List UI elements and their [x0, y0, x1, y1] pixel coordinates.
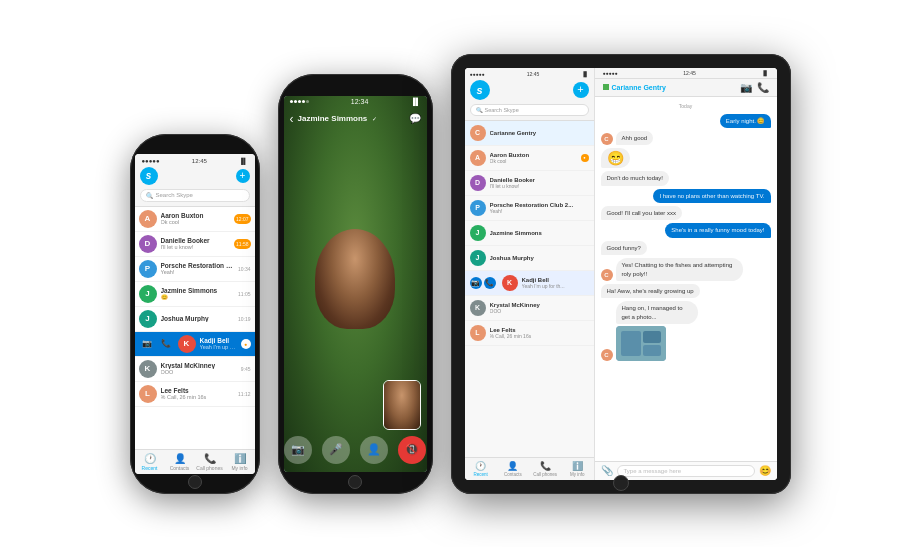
contact-item[interactable]: D Danielle Booker I'll let u know! 11:58: [135, 232, 255, 257]
contact-status: Yeah I'm up for that: [200, 344, 237, 350]
ipad-nav-recent[interactable]: 🕐 Recent: [465, 461, 497, 477]
contact-item-active[interactable]: 📷 📞 K Kadji Bell Yeah I'm up for that ●: [135, 332, 255, 357]
nav-tab-my-info[interactable]: ℹ️ My info: [225, 450, 255, 474]
video-call-button[interactable]: 📷: [470, 277, 482, 289]
video-call-icon[interactable]: 📷: [740, 82, 752, 93]
message-input[interactable]: Type a message here: [617, 465, 755, 477]
ipad-chat-area: ●●●●● 12:45 ▐▌ Carianne Gentry: [595, 68, 777, 480]
main-scene: ●●●●● 12:45 ▐▌ s + 🔍 Search Skype: [110, 34, 811, 514]
call-contact-name: Jazmine Simmons ✓: [298, 114, 405, 123]
caller-face: [315, 229, 395, 329]
ipad-bottom-nav: 🕐 Recent 👤 Contacts 📞 Call phones ℹ: [465, 457, 594, 480]
nav-tab-call-phones[interactable]: 📞 Call phones: [195, 450, 225, 474]
sidebar-contacts: C Carianne Gentry A Aaron Buxton Ok cool: [465, 121, 594, 457]
message-bubble: Good funny?: [601, 241, 647, 255]
contact-item[interactable]: P Porsche Restoration Club 2... Yeah! 10…: [135, 257, 255, 282]
emoji-icon[interactable]: 😊: [759, 465, 771, 476]
avatar: D: [470, 175, 486, 191]
avatar: D: [139, 235, 157, 253]
contact-status: % Call, 26 min 16s: [490, 333, 589, 339]
avatar: A: [139, 210, 157, 228]
ipad-home-button[interactable]: [613, 475, 629, 491]
sidebar-contact-aaron[interactable]: A Aaron Buxton Ok cool ●: [465, 146, 594, 171]
contact-status: Yeah!: [161, 269, 234, 275]
contact-info: Krystal McKinney OOO: [161, 362, 237, 375]
message-bubble: 😁: [601, 148, 630, 168]
sidebar-contact-porsche[interactable]: P Porsche Restoration Club 2... Yeah!: [465, 196, 594, 221]
search-icon: 🔍: [476, 107, 483, 113]
ipad-logo-bar: s +: [470, 78, 589, 102]
sidebar-contact-kadji[interactable]: 📷 📞 K Kadji Bell Yeah I'm up for th...: [465, 271, 594, 296]
message-with-photo: Hang on, I managed to get a photo...: [616, 301, 726, 361]
sidebar-contact-krystal[interactable]: K Krystal McKinney OOO: [465, 296, 594, 321]
contact-name: Aaron Buxton: [161, 212, 230, 219]
contact-info: Krystal McKinney OOO: [490, 302, 589, 314]
message-bubble: She's in a really funny mood today!: [665, 223, 770, 237]
contact-name: Joshua Murphy: [161, 315, 234, 322]
sidebar-contact-joshua[interactable]: J Joshua Murphy: [465, 246, 594, 271]
contact-item[interactable]: J Joshua Murphy 10:19: [135, 307, 255, 332]
ipad-nav-call-phones[interactable]: 📞 Call phones: [529, 461, 561, 477]
contact-item[interactable]: K Krystal McKinney OOO 9:45: [135, 357, 255, 382]
search-bar[interactable]: 🔍 Search Skype: [470, 104, 589, 116]
message-bubble: Good! I'll call you later xxx: [601, 206, 683, 220]
search-bar[interactable]: 🔍 Search Skype: [140, 189, 250, 202]
contact-item[interactable]: A Aaron Buxton Ok cool 12:07: [135, 207, 255, 232]
mute-button[interactable]: 🎤: [322, 436, 350, 464]
ipad-sidebar-header: ●●●●● 12:45 ▐▌ s + 🔍 Search Sky: [465, 68, 594, 121]
home-button[interactable]: [188, 475, 202, 489]
call-phones-icon: 📞: [540, 461, 551, 471]
sidebar-contact-carianne[interactable]: C Carianne Gentry: [465, 121, 594, 146]
message-bubble: Ahh good: [616, 131, 654, 145]
recent-icon: 🕐: [144, 453, 156, 464]
nav-tab-recent[interactable]: 🕐 Recent: [135, 450, 165, 474]
contact-item[interactable]: L Lee Felts % Call, 26 min 16s 11:12: [135, 382, 255, 407]
online-status-dot: [603, 84, 609, 90]
message-row: 😁: [601, 148, 771, 168]
voice-call-button[interactable]: 📞: [158, 336, 174, 352]
unread-badge: ●: [581, 154, 589, 162]
skype-icon: s: [470, 80, 490, 100]
back-button[interactable]: ‹: [290, 112, 294, 126]
nav-tab-call-phones-label: Call phones: [196, 465, 222, 471]
ipad-nav-my-info[interactable]: ℹ️ My info: [561, 461, 593, 477]
mute-icon: 🎤: [329, 443, 343, 456]
battery-icon: ▐▌: [239, 158, 248, 164]
sidebar-contact-lee[interactable]: L Lee Felts % Call, 26 min 16s: [465, 321, 594, 346]
message-bubble: I have no plans other than watching TV.: [653, 189, 770, 203]
end-call-button[interactable]: 📵: [398, 436, 426, 464]
contact-info: Jazmine Simmons: [490, 230, 589, 236]
time: 12:45: [192, 158, 207, 164]
avatar: J: [139, 285, 157, 303]
contact-info: Lee Felts % Call, 26 min 16s: [161, 387, 234, 400]
add-button[interactable]: +: [573, 82, 589, 98]
attachment-icon[interactable]: 📎: [601, 465, 613, 476]
toggle-video-button[interactable]: 📷: [284, 436, 312, 464]
message-avatar: C: [601, 269, 613, 281]
call-phones-icon: 📞: [204, 453, 216, 464]
message-bubble: Don't do much today!: [601, 171, 670, 185]
add-participant-button[interactable]: 👤: [360, 436, 388, 464]
avatar: P: [139, 260, 157, 278]
ipad-nav-contacts[interactable]: 👤 Contacts: [497, 461, 529, 477]
message-bubble: Ha! Aww, she's really growing up: [601, 284, 700, 298]
avatar: K: [139, 360, 157, 378]
video-call-button[interactable]: 📷: [139, 336, 155, 352]
end-call-icon: 📵: [405, 443, 419, 456]
voice-call-icon[interactable]: 📞: [757, 82, 769, 93]
message-row: C Yes! Chatting to the fishes and attemp…: [601, 258, 771, 281]
nav-tab-contacts[interactable]: 👤 Contacts: [165, 450, 195, 474]
signal-dot: [294, 100, 297, 103]
contact-info: Aaron Buxton Ok cool: [490, 152, 577, 164]
skype-logo: s: [470, 80, 490, 100]
sidebar-contact-danielle[interactable]: D Danielle Booker I'll let u know!: [465, 171, 594, 196]
sidebar-contact-jazmine[interactable]: J Jazmine Simmons: [465, 221, 594, 246]
contact-item[interactable]: J Jazmine Simmons 😊 11:05: [135, 282, 255, 307]
carrier: ●●●●●: [470, 71, 485, 77]
contact-info: Porsche Restoration Club 2... Yeah!: [490, 202, 589, 214]
home-button[interactable]: [348, 475, 362, 489]
add-contact-button[interactable]: +: [236, 169, 250, 183]
voice-call-button[interactable]: 📞: [484, 277, 496, 289]
contact-status: % Call, 26 min 16s: [161, 394, 234, 400]
chat-icon[interactable]: 💬: [409, 113, 421, 124]
